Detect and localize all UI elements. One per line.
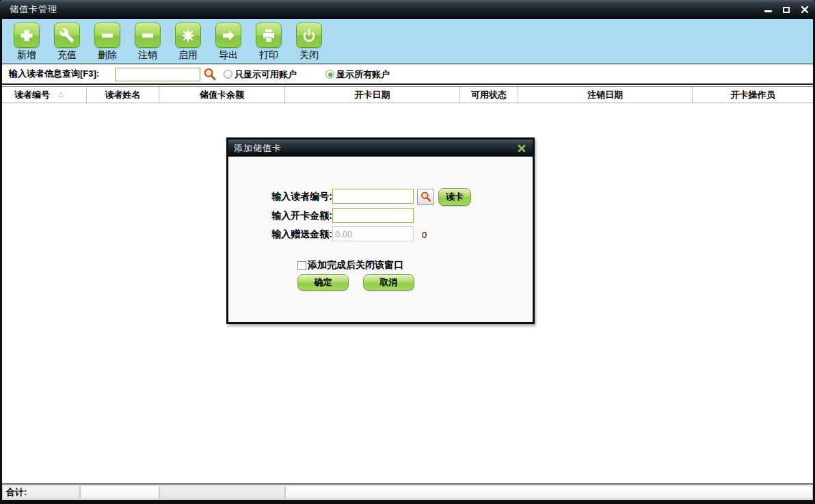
dialog-body: 输入读者编号: 读卡 输入开卡金额: 输入赠送金额: 0 添加完成后关闭该窗口 …	[228, 157, 533, 322]
toolbar-label: 关闭	[299, 49, 319, 62]
gift-amount-input	[332, 226, 414, 241]
column-header-open-date[interactable]: 开卡日期	[285, 87, 460, 103]
open-amount-label: 输入开卡金额:	[228, 210, 332, 222]
toolbar-button-export[interactable]: 导出	[213, 23, 243, 62]
close-icon	[801, 5, 809, 14]
column-label: 注销日期	[587, 89, 623, 101]
toolbar-label: 删除	[98, 49, 117, 62]
minus-icon	[135, 23, 161, 48]
column-header-operator[interactable]: 开卡操作员	[693, 87, 813, 103]
burst-icon	[175, 23, 201, 48]
column-header-reader-name[interactable]: 读者姓名	[87, 87, 159, 103]
window-controls	[763, 0, 810, 19]
app-window: 储值卡管理 新增 充值 删除	[0, 0, 815, 504]
reader-id-label: 输入读者编号:	[228, 191, 332, 203]
toolbar-label: 注销	[138, 49, 157, 62]
checkbox-icon	[297, 261, 306, 270]
radio-label: 显示所有账户	[336, 68, 390, 81]
statusbar-panel	[80, 486, 159, 499]
toolbar-label: 新增	[17, 49, 36, 62]
gift-amount-label: 输入赠送金额:	[228, 228, 332, 241]
search-magnifier-icon[interactable]	[202, 67, 217, 82]
column-header-card-balance[interactable]: 储值卡余额	[159, 87, 285, 103]
statusbar-total-panel: 合计:	[2, 486, 80, 499]
minimize-icon	[764, 10, 772, 12]
column-label: 读者编号	[14, 89, 50, 101]
toolbar-button-add[interactable]: 新增	[12, 23, 42, 62]
reader-lookup-button[interactable]	[417, 189, 434, 205]
column-header-status[interactable]: 可用状态	[460, 87, 518, 103]
minimize-button[interactable]	[763, 5, 773, 14]
toolbar-label: 充值	[57, 49, 77, 62]
statusbar-panel	[159, 486, 285, 499]
close-button[interactable]	[800, 5, 810, 14]
radio-show-all[interactable]: 显示所有账户	[325, 68, 390, 81]
search-label: 输入读者信息查询[F3]:	[9, 68, 99, 80]
titlebar: 储值卡管理	[0, 0, 815, 19]
gift-amount-suffix: 0	[422, 226, 427, 243]
sort-asc-icon: △	[58, 90, 64, 98]
column-header-cancel-date[interactable]: 注销日期	[518, 87, 693, 103]
grid-header: 读者编号 △ 读者姓名 储值卡余额 开卡日期 可用状态 注销日期 开卡操作员	[2, 86, 813, 103]
total-label: 合计:	[3, 486, 27, 499]
column-label: 可用状态	[471, 89, 507, 101]
close-icon	[518, 144, 526, 152]
account-filter-radios: 只显示可用账户 显示所有账户	[224, 64, 390, 84]
cancel-button[interactable]: 取消	[363, 274, 414, 291]
column-label: 储值卡余额	[200, 89, 244, 101]
column-header-reader-id[interactable]: 读者编号 △	[2, 87, 87, 103]
toolbar-button-delete[interactable]: 删除	[92, 23, 122, 62]
printer-icon	[256, 23, 282, 48]
toolbar-button-print[interactable]: 打印	[254, 23, 284, 62]
maximize-icon	[783, 7, 790, 13]
plus-icon	[14, 23, 40, 48]
checkbox-label: 添加完成后关闭该窗口	[308, 259, 403, 271]
statusbar: 合计:	[2, 484, 813, 500]
reader-id-input[interactable]	[332, 189, 414, 204]
toolbar: 新增 充值 删除 注销 启用	[2, 19, 813, 64]
statusbar-panel	[285, 486, 813, 499]
wrench-icon	[54, 23, 80, 48]
toolbar-button-close[interactable]: 关闭	[294, 23, 324, 62]
open-amount-input[interactable]	[332, 208, 414, 223]
close-after-add-checkbox[interactable]: 添加完成后关闭该窗口	[297, 260, 403, 271]
radio-icon	[224, 70, 232, 79]
toolbar-label: 打印	[259, 49, 278, 62]
dialog-close-button[interactable]	[516, 143, 527, 154]
dialog-title: 添加储值卡	[228, 142, 282, 155]
read-card-button[interactable]: 读卡	[438, 188, 471, 206]
radio-label: 只显示可用账户	[235, 68, 297, 81]
power-icon	[296, 23, 322, 48]
column-label: 开卡操作员	[731, 89, 775, 101]
radio-available-only[interactable]: 只显示可用账户	[224, 68, 297, 81]
toolbar-button-enable[interactable]: 启用	[173, 23, 203, 62]
toolbar-label: 导出	[219, 49, 238, 62]
arrow-right-icon	[215, 23, 241, 48]
magnifier-icon	[420, 191, 432, 203]
maximize-button[interactable]	[781, 5, 791, 14]
add-card-dialog: 添加储值卡 输入读者编号: 读卡 输入开卡金额: 输入赠送金额: 0 添加完成后…	[226, 137, 535, 324]
toolbar-button-deactivate[interactable]: 注销	[133, 23, 163, 62]
dialog-titlebar: 添加储值卡	[228, 140, 533, 157]
radio-icon-selected	[325, 70, 334, 79]
ok-button[interactable]: 确定	[297, 274, 349, 291]
search-input[interactable]	[115, 68, 200, 81]
minus-icon	[94, 23, 120, 48]
column-label: 开卡日期	[355, 89, 390, 101]
search-row: 输入读者信息查询[F3]: 只显示可用账户 显示所有账户	[2, 64, 813, 84]
toolbar-button-recharge[interactable]: 充值	[52, 23, 82, 62]
window-title: 储值卡管理	[0, 3, 57, 16]
column-label: 读者姓名	[105, 89, 141, 101]
toolbar-label: 启用	[178, 49, 198, 62]
